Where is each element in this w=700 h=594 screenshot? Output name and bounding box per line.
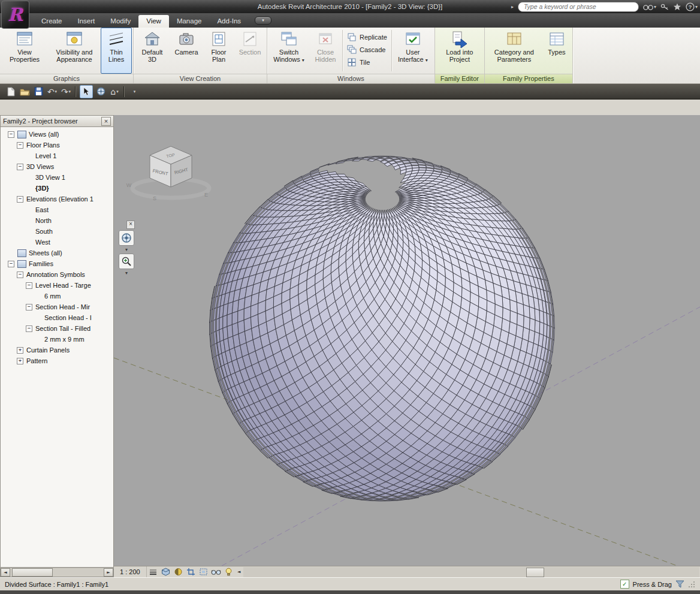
scroll-left-icon[interactable]: ◄ xyxy=(235,569,243,574)
panel-label-view-creation[interactable]: View Creation xyxy=(134,74,267,83)
tab-create[interactable]: Create xyxy=(34,15,70,28)
replicate-button[interactable]: Replicate xyxy=(343,31,391,43)
collapse-icon[interactable]: − xyxy=(8,261,14,267)
tree-item[interactable]: − Floor Plans xyxy=(1,140,113,150)
tree-item[interactable]: − Section Head - Mir xyxy=(1,301,113,312)
search-input[interactable] xyxy=(518,2,639,12)
collapse-icon[interactable]: − xyxy=(26,282,32,289)
collapse-icon[interactable]: − xyxy=(26,304,32,310)
scroll-right-icon[interactable]: ► xyxy=(104,568,113,577)
types-button[interactable]: Types xyxy=(542,28,571,74)
tree-item[interactable]: − Views (all) xyxy=(1,129,113,140)
tree-item[interactable]: {3D} xyxy=(1,183,113,194)
load-into-project-button[interactable]: Load into Project xyxy=(436,28,483,74)
divided-surface-model[interactable] xyxy=(210,156,555,501)
infocenter-expand-icon[interactable]: ▸ xyxy=(511,4,514,10)
help-button[interactable]: ? ▾ xyxy=(686,2,698,11)
redo-button[interactable]: ↷ ▾ xyxy=(60,86,72,98)
detail-level-button[interactable] xyxy=(147,567,159,577)
favorites-button[interactable] xyxy=(673,3,681,11)
tree-item[interactable]: 2 mm x 9 mm xyxy=(1,334,113,345)
steering-wheel-button[interactable] xyxy=(95,86,107,98)
thin-lines-button[interactable]: Thin Lines xyxy=(101,28,132,74)
viewcube[interactable]: TOP FRONT RIGHT W S E xyxy=(126,146,209,201)
collapse-icon[interactable]: − xyxy=(17,142,23,149)
default-3d-view-button[interactable]: ⌂ ▾ xyxy=(108,86,120,98)
canvas-scrollbar-track[interactable] xyxy=(243,567,699,577)
expand-icon[interactable]: + xyxy=(17,347,23,354)
default-3d-button[interactable]: Default 3D xyxy=(135,28,170,74)
panel-label-family-properties[interactable]: Family Properties xyxy=(485,74,572,83)
tree-item[interactable]: West xyxy=(1,237,113,248)
tree-item[interactable]: 6 mm xyxy=(1,291,113,301)
collapse-icon[interactable]: − xyxy=(8,131,14,138)
tree-item[interactable]: Level 1 xyxy=(1,150,113,161)
collapse-icon[interactable]: − xyxy=(17,196,23,203)
wheel-dropdown-icon[interactable]: ▾ xyxy=(125,247,128,252)
collapse-icon[interactable]: − xyxy=(17,272,23,278)
search-button[interactable]: ▾ xyxy=(643,3,656,11)
steering-wheel-nav-button[interactable] xyxy=(119,230,134,246)
panel-label-family-editor[interactable]: Family Editor xyxy=(435,74,484,83)
close-icon[interactable]: × xyxy=(126,221,135,229)
scrollbar-thumb[interactable] xyxy=(12,568,53,577)
shadows-button[interactable] xyxy=(172,567,185,577)
tree-item[interactable]: East xyxy=(1,204,113,215)
browser-horizontal-scrollbar[interactable]: ◄ ► xyxy=(0,568,114,577)
panel-label-graphics[interactable]: Graphics xyxy=(0,74,133,83)
tree-item[interactable]: 3D View 1 xyxy=(1,172,113,183)
tab-view[interactable]: View xyxy=(138,15,169,28)
tile-button[interactable]: Tile xyxy=(343,56,391,68)
filter-icon[interactable] xyxy=(675,580,684,588)
tree-item[interactable]: + Pattern xyxy=(1,355,113,366)
collapse-icon[interactable]: − xyxy=(17,164,23,170)
view-properties-button[interactable]: View Properties xyxy=(1,28,48,74)
floor-plan-button[interactable]: Floor Plan xyxy=(203,28,234,74)
user-interface-button[interactable]: User Interface ▾ xyxy=(393,28,433,74)
tree-item[interactable]: + Curtain Panels xyxy=(1,345,113,355)
customize-qat-button[interactable]: ▾ xyxy=(128,86,140,98)
tree-item[interactable]: − Level Head - Targe xyxy=(1,280,113,291)
cascade-button[interactable]: Cascade xyxy=(343,43,391,56)
scroll-left-icon[interactable]: ◄ xyxy=(1,568,10,577)
tree-item[interactable]: − Section Tail - Filled xyxy=(1,323,113,334)
tab-manage[interactable]: Manage xyxy=(169,15,210,28)
compass-south-label[interactable]: S xyxy=(153,195,156,201)
save-button[interactable] xyxy=(32,86,44,98)
tree-item[interactable]: − Elevations (Elevation 1 xyxy=(1,194,113,204)
collapse-icon[interactable]: − xyxy=(26,325,32,332)
tab-add-ins[interactable]: Add-Ins xyxy=(209,15,249,28)
temporary-hide-isolate-button[interactable] xyxy=(210,567,222,577)
subscription-center-button[interactable] xyxy=(660,3,669,11)
switch-windows-button[interactable]: Switch Windows ▾ xyxy=(268,28,309,74)
panel-label-windows[interactable]: Windows xyxy=(267,74,435,83)
expand-icon[interactable]: + xyxy=(17,358,23,364)
modify-button[interactable] xyxy=(80,85,93,98)
canvas-scrollbar-thumb[interactable] xyxy=(526,568,544,577)
view-scale-button[interactable]: 1 : 200 xyxy=(114,566,147,577)
tree-item[interactable]: − Families xyxy=(1,258,113,269)
tree-item[interactable]: − 3D Views xyxy=(1,161,113,172)
tab-modify[interactable]: Modify xyxy=(102,15,138,28)
compass-east-label[interactable]: E xyxy=(204,192,208,198)
model-graphics-style-button[interactable] xyxy=(159,567,172,577)
resize-grip-icon[interactable] xyxy=(688,581,695,588)
camera-button[interactable]: Camera xyxy=(170,28,203,74)
new-button[interactable] xyxy=(5,86,17,98)
reveal-hidden-elements-button[interactable] xyxy=(222,567,235,577)
zoom-dropdown-icon[interactable]: ▾ xyxy=(125,270,128,276)
tree-item[interactable]: Sheets (all) xyxy=(1,248,113,258)
show-crop-region-button[interactable] xyxy=(197,567,210,577)
open-button[interactable] xyxy=(19,86,31,98)
tree-item[interactable]: − Annotation Symbols xyxy=(1,269,113,280)
drawing-area[interactable]: TOP FRONT RIGHT W S E × ▾ xyxy=(114,115,700,577)
crop-view-button[interactable] xyxy=(185,567,197,577)
application-menu-button[interactable]: R xyxy=(1,1,29,29)
ribbon-collapse-button[interactable]: ▾ xyxy=(255,16,271,25)
tree-item[interactable]: South xyxy=(1,226,113,237)
tree-item[interactable]: Section Head - I xyxy=(1,312,113,323)
visibility-appearance-button[interactable]: Visibility and Appearance xyxy=(48,28,101,74)
category-and-parameters-button[interactable]: Category and Parameters xyxy=(486,28,542,74)
close-icon[interactable]: × xyxy=(101,117,111,126)
undo-button[interactable]: ↶ ▾ xyxy=(46,86,58,98)
